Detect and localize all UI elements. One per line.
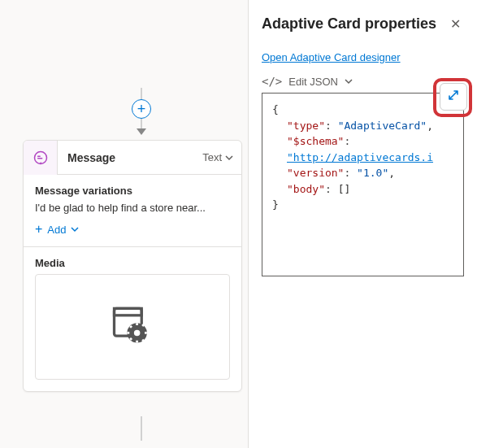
json-editor-wrap: { "type": "AdaptiveCard", "$schema": "ht… xyxy=(262,93,464,276)
add-label: Add xyxy=(47,224,66,236)
json-line: "type": "AdaptiveCard", xyxy=(272,118,453,134)
variation-text[interactable]: I'd be glad to help find a store near... xyxy=(35,202,230,214)
panel-header: Adaptive Card properties ✕ xyxy=(262,13,464,35)
message-type-dropdown[interactable]: Text xyxy=(202,151,241,163)
json-line: "body": [] xyxy=(272,181,453,198)
edit-json-label: Edit JSON xyxy=(288,76,338,88)
code-icon: </> xyxy=(262,75,282,88)
variations-section: Message variations I'd be glad to help f… xyxy=(24,175,241,246)
add-variation-button[interactable]: + Add xyxy=(35,222,230,237)
message-card-title: Message xyxy=(58,151,202,164)
connector-line xyxy=(141,88,142,99)
svg-point-4 xyxy=(134,330,141,337)
message-card-header: Message Text xyxy=(24,141,241,175)
close-button[interactable]: ✕ xyxy=(447,13,464,35)
message-icon xyxy=(24,141,58,175)
message-type-label: Text xyxy=(202,151,222,163)
plus-icon: + xyxy=(137,101,146,118)
svg-point-0 xyxy=(34,151,46,163)
json-line: } xyxy=(272,197,453,213)
flow-canvas: + Message Text Message variations I'd be… xyxy=(0,0,248,448)
properties-panel: Adaptive Card properties ✕ Open Adaptive… xyxy=(248,0,477,448)
panel-title: Adaptive Card properties xyxy=(262,15,436,33)
expand-icon xyxy=(447,89,460,105)
media-section: Media xyxy=(24,246,241,391)
json-editor[interactable]: { "type": "AdaptiveCard", "$schema": "ht… xyxy=(262,93,464,276)
connector-line xyxy=(141,416,142,441)
close-icon: ✕ xyxy=(450,17,461,31)
chevron-down-icon xyxy=(225,154,233,162)
arrow-down-icon xyxy=(137,128,146,135)
chevron-down-icon xyxy=(345,77,353,85)
open-designer-link[interactable]: Open Adaptive Card designer xyxy=(262,51,401,63)
chevron-down-icon xyxy=(71,225,79,233)
media-label: Media xyxy=(35,257,230,269)
media-settings-icon xyxy=(108,301,157,353)
json-line: "$schema": "http://adaptivecards.i xyxy=(272,133,453,165)
media-placeholder[interactable] xyxy=(35,274,230,380)
json-line: "version": "1.0", xyxy=(272,165,453,181)
expand-editor-button[interactable] xyxy=(440,83,467,111)
add-node-button[interactable]: + xyxy=(132,99,151,119)
variations-label: Message variations xyxy=(35,185,230,197)
svg-rect-2 xyxy=(115,308,142,315)
edit-json-row[interactable]: </> Edit JSON xyxy=(262,75,464,88)
plus-icon: + xyxy=(35,222,42,237)
message-card[interactable]: Message Text Message variations I'd be g… xyxy=(23,140,242,392)
json-line: { xyxy=(272,102,453,118)
